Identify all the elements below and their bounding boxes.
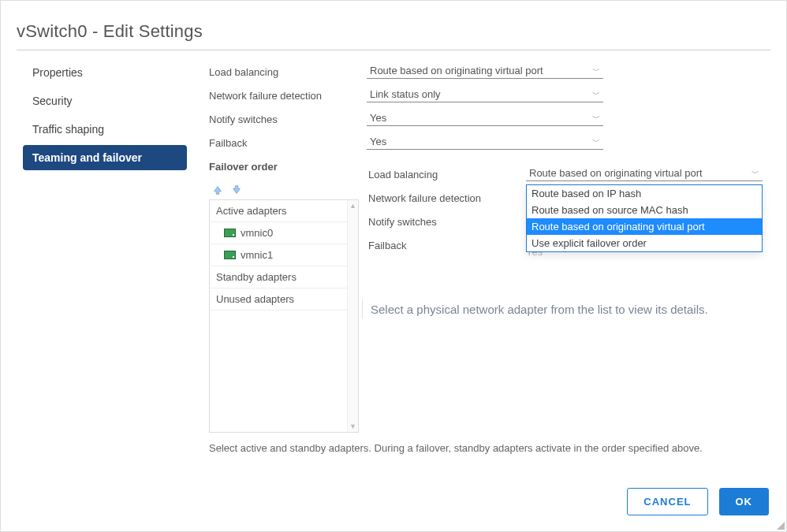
adapter-item[interactable]: vmnic0	[210, 222, 358, 244]
nav-item-teaming-and-failover[interactable]: Teaming and failover	[23, 145, 187, 170]
select-failure-detection-value: Link status only	[370, 88, 441, 100]
move-up-button[interactable]	[212, 184, 223, 198]
dropdown-option-selected[interactable]: Route based on originating virtual port	[527, 218, 762, 235]
chevron-down-icon: ﹀	[592, 113, 600, 124]
resize-handle[interactable]	[775, 520, 785, 530]
chevron-down-icon: ﹀	[592, 89, 600, 100]
nested-label-load-balancing: Load balancing	[368, 169, 526, 180]
select-failback[interactable]: Yes ﹀	[367, 136, 603, 150]
scroll-up-icon[interactable]: ▲	[348, 202, 358, 210]
label-notify-switches: Notify switches	[209, 113, 367, 125]
select-failback-value: Yes	[370, 136, 386, 147]
dropdown-option[interactable]: Route based on IP hash	[527, 185, 762, 202]
label-failure-detection: Network failure detection	[209, 90, 367, 102]
adapter-detail-placeholder: Select a physical network adapter from t…	[362, 299, 748, 319]
dropdown-option[interactable]: Use explicit failover order	[527, 235, 762, 251]
nested-label-failure-detection: Network failure detection	[368, 192, 526, 204]
nav-item-traffic-shaping[interactable]: Traffic shaping	[23, 117, 187, 142]
adapter-section-standby[interactable]: Standby adapters	[210, 266, 358, 288]
adapter-item-label: vmnic1	[241, 249, 273, 261]
nav-item-security[interactable]: Security	[23, 88, 187, 113]
dropdown-option[interactable]: Route based on source MAC hash	[527, 202, 762, 218]
select-notify-switches-value: Yes	[370, 112, 386, 124]
adapter-section-unused[interactable]: Unused adapters	[210, 288, 358, 311]
nested-label-failback: Failback	[368, 240, 526, 251]
adapter-section-active[interactable]: Active adapters	[210, 200, 358, 222]
cancel-button[interactable]: CANCEL	[627, 488, 707, 515]
failover-hint: Select active and standby adapters. Duri…	[209, 442, 767, 454]
move-down-button[interactable]	[231, 184, 242, 198]
ok-button[interactable]: OK	[719, 488, 770, 515]
label-load-balancing: Load balancing	[209, 66, 367, 78]
adapter-list[interactable]: Active adapters vmnic0 vmnic1 Standby ad…	[209, 199, 359, 433]
load-balancing-dropdown[interactable]: Route based on IP hash Route based on so…	[526, 184, 763, 252]
select-load-balancing[interactable]: Route based on originating virtual port …	[367, 65, 603, 79]
select-failure-detection[interactable]: Link status only ﹀	[367, 88, 603, 102]
nav-item-properties[interactable]: Properties	[23, 60, 187, 85]
nested-select-load-balancing-value: Route based on originating virtual port	[529, 167, 703, 179]
select-notify-switches[interactable]: Yes ﹀	[367, 112, 603, 126]
label-failback: Failback	[209, 137, 367, 149]
scrollbar[interactable]: ▲ ▼	[347, 200, 358, 432]
nested-label-notify-switches: Notify switches	[368, 216, 526, 228]
adapter-item-label: vmnic0	[241, 227, 273, 239]
select-load-balancing-value: Route based on originating virtual port	[370, 65, 543, 76]
divider	[17, 50, 770, 50]
nested-select-load-balancing[interactable]: Route based on originating virtual port …	[526, 167, 763, 181]
chevron-down-icon: ﹀	[592, 136, 600, 147]
adapter-item[interactable]: vmnic1	[210, 244, 358, 266]
dialog-title: vSwitch0 - Edit Settings	[17, 21, 770, 42]
scroll-down-icon[interactable]: ▼	[348, 422, 358, 430]
dialog-footer: CANCEL OK	[627, 488, 769, 515]
nic-icon	[224, 251, 236, 259]
label-failover-order: Failover order	[209, 161, 367, 173]
nic-icon	[224, 229, 236, 237]
chevron-down-icon: ﹀	[592, 65, 600, 76]
chevron-down-icon: ﹀	[752, 168, 759, 179]
side-nav: Properties Security Traffic shaping Team…	[17, 57, 187, 454]
